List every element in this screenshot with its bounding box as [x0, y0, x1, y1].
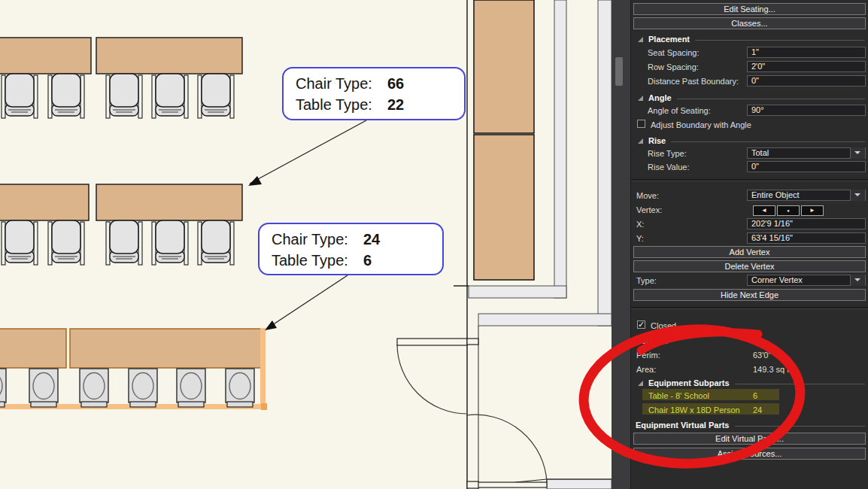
school-table[interactable] — [96, 184, 242, 220]
school-table[interactable] — [0, 184, 89, 220]
folding-chair[interactable] — [48, 74, 84, 118]
section-title: Placement — [648, 34, 690, 45]
callout-chair-table-count-2[interactable]: Chair Type:24 Table Type:6 — [258, 223, 444, 275]
row-add-vertex: Add Vertex — [631, 246, 868, 259]
person-chair[interactable] — [0, 369, 6, 402]
input-type[interactable]: Corner Vertex — [747, 275, 866, 286]
door-leaf[interactable] — [397, 339, 467, 345]
person-chair[interactable] — [226, 369, 254, 402]
chair-seat — [110, 220, 138, 254]
chevron-down-icon — [854, 151, 860, 154]
callout-row: Chair Type:24 — [272, 229, 442, 250]
leader-line[interactable] — [250, 120, 366, 184]
input-x[interactable]: 202'9 1/16" — [747, 218, 866, 229]
wall[interactable] — [598, 0, 612, 326]
checkbox-closed[interactable]: ✓ — [637, 320, 645, 329]
select-vertex-button[interactable]: ● — [777, 205, 800, 216]
button-classes[interactable]: Classes... — [633, 17, 866, 29]
callout-chair-table-count-1[interactable]: Chair Type:66 Table Type:22 — [282, 67, 466, 120]
row-move: Move:Entire Object — [631, 190, 868, 202]
wall[interactable] — [469, 286, 566, 298]
input-angle-of-seating[interactable]: 90° — [747, 105, 866, 116]
dropdown-button[interactable] — [850, 275, 865, 286]
chair-seat — [156, 74, 184, 107]
wall[interactable] — [478, 314, 612, 326]
door-leaf[interactable] — [474, 482, 547, 487]
info-label: Perim: — [636, 350, 660, 361]
chair-seat — [202, 220, 230, 254]
long-table[interactable] — [474, 0, 534, 133]
folding-chair[interactable] — [152, 220, 188, 265]
input-row-spacing[interactable]: 2'0" — [747, 61, 866, 72]
leader-line[interactable] — [268, 275, 348, 328]
folding-chair[interactable] — [2, 74, 38, 118]
field-label: Rise Value: — [648, 162, 689, 173]
folding-chair[interactable] — [152, 74, 188, 118]
button-delete-vertex[interactable]: Delete Vertex — [633, 260, 866, 272]
collapse-triangle-icon[interactable] — [638, 138, 643, 144]
checkbox-label: Adjust Boundary with Angle — [651, 120, 751, 131]
info-label: Vertices: — [636, 336, 668, 347]
folding-chair[interactable] — [2, 220, 38, 265]
collapse-triangle-icon[interactable] — [638, 37, 643, 42]
subpart-count: 24 — [753, 405, 762, 416]
field-label: Y: — [636, 233, 644, 244]
button-edit-seating[interactable]: Edit Seating... — [633, 3, 866, 15]
chair-foot-strip — [178, 402, 204, 407]
person-chair[interactable] — [80, 369, 108, 402]
checkbox-adjust-boundary-with-angle[interactable] — [637, 120, 645, 128]
selection-corner-handle[interactable] — [261, 403, 267, 410]
button-add-vertex[interactable]: Add Vertex — [633, 246, 866, 258]
callout-label: Table Type: — [272, 250, 363, 271]
section-rule — [735, 384, 865, 384]
wall[interactable] — [547, 479, 612, 489]
dropdown-button[interactable] — [850, 190, 865, 201]
input-rise-value[interactable]: 0" — [747, 161, 866, 172]
chair-foot-strip — [31, 402, 56, 407]
input-y[interactable]: 63'4 15/16" — [747, 232, 866, 244]
vertex-nav-buttons: ◄●► — [753, 204, 825, 216]
folding-chair[interactable] — [106, 220, 142, 265]
chair-foot-strip — [0, 402, 5, 407]
folding-chair[interactable] — [198, 74, 234, 118]
folding-chair[interactable] — [106, 74, 142, 118]
person-chair[interactable] — [177, 369, 205, 402]
prev-vertex-button[interactable]: ◄ — [753, 205, 775, 216]
collapse-triangle-icon[interactable] — [638, 381, 643, 386]
school-table[interactable] — [70, 329, 263, 368]
collapse-triangle-icon[interactable] — [638, 96, 643, 101]
person-chair[interactable] — [129, 369, 157, 402]
chair-seat — [5, 74, 34, 107]
input-seat-spacing[interactable]: 1" — [747, 47, 866, 58]
door-frame[interactable] — [467, 339, 478, 345]
callout-value: 6 — [363, 252, 372, 269]
row-perim: Perim:63'0" — [631, 349, 868, 362]
button-assign-sources[interactable]: Assign Sources... — [633, 448, 866, 460]
row-angle-of-seating: Angle of Seating:90° — [631, 105, 868, 117]
person-chair[interactable] — [29, 369, 58, 402]
input-move[interactable]: Entire Object — [747, 190, 866, 201]
next-vertex-button[interactable]: ► — [801, 205, 824, 216]
school-table[interactable] — [0, 38, 91, 74]
row-assign-sources: Assign Sources... — [631, 448, 868, 460]
subpart-chair-18w-x-18d-person: Chair 18W x 18D Person — [648, 405, 740, 416]
chair-seat — [202, 74, 230, 107]
scrollbar-thumb[interactable] — [615, 57, 623, 86]
door-swing-arc[interactable] — [397, 345, 466, 414]
button-hide-next-edge[interactable]: Hide Next Edge — [633, 289, 866, 301]
panel-scrollbar[interactable] — [612, 0, 630, 489]
school-table[interactable] — [0, 329, 66, 368]
input-distance-past-boundary[interactable]: 0" — [747, 75, 866, 87]
door-frame[interactable] — [467, 481, 478, 488]
dropdown-button[interactable] — [850, 147, 865, 159]
section-rule — [677, 99, 865, 99]
input-rise-type[interactable]: Total — [747, 147, 866, 159]
button-edit-virtual-parts[interactable]: Edit Virtual Parts... — [633, 433, 866, 445]
folding-chair[interactable] — [198, 220, 234, 265]
row-x: X:202'9 1/16" — [631, 218, 868, 231]
folding-chair[interactable] — [48, 220, 84, 265]
chair-foot-strip — [227, 402, 253, 407]
long-table[interactable] — [474, 135, 534, 280]
school-table[interactable] — [96, 38, 242, 74]
wall[interactable] — [554, 0, 566, 298]
